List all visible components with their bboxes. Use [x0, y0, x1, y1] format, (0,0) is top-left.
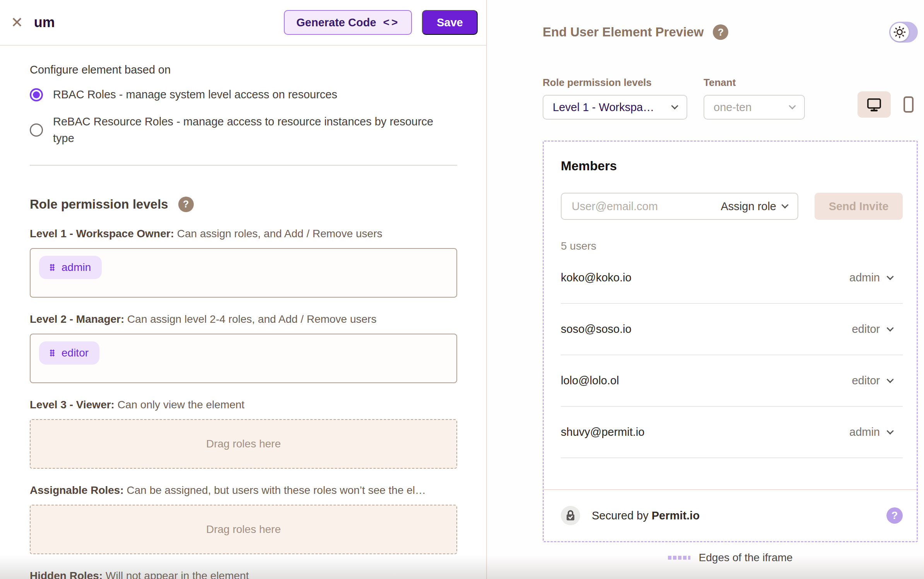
user-role-select[interactable]: admin: [849, 271, 893, 284]
role-levels-heading-row: Role permission levels ?: [30, 197, 457, 212]
user-row: soso@soso.io editor: [561, 304, 903, 355]
level1-dropzone[interactable]: admin: [30, 248, 457, 298]
mobile-icon: [903, 96, 914, 113]
user-role-value: admin: [849, 426, 880, 439]
role-level-control: Role permission levels Level 1 - Workspa…: [543, 77, 687, 120]
chevron-down-icon: [886, 376, 893, 383]
send-invite-label: Send Invite: [829, 200, 889, 213]
rbac-option-label: RBAC Roles - manage system level access …: [53, 86, 337, 103]
user-email: lolo@lolo.ol: [561, 374, 619, 387]
level2-dropzone[interactable]: editor: [30, 334, 457, 383]
rebac-option-label: ReBAC Resource Roles - manage access to …: [53, 113, 434, 147]
users-list: koko@koko.io admin soso@soso.io editor l…: [561, 252, 903, 458]
user-role-select[interactable]: admin: [849, 426, 893, 439]
user-role-value: admin: [849, 271, 880, 284]
level3-title: Level 3 - Viewer:: [30, 399, 114, 411]
send-invite-button[interactable]: Send Invite: [815, 193, 903, 220]
configure-heading: Configure element based on: [30, 63, 457, 76]
footer-help-icon[interactable]: ?: [886, 507, 903, 524]
chevron-down-icon: [886, 427, 893, 434]
assignable-desc: Can be assigned, but users with these ro…: [127, 484, 426, 496]
preview-controls: Role permission levels Level 1 - Workspa…: [543, 77, 918, 120]
level1-desc: Can assign roles, and Add / Remove users: [177, 228, 383, 240]
permit-brand: Permit.io: [652, 509, 700, 522]
role-levels-heading: Role permission levels: [30, 197, 168, 212]
code-brackets-icon: <>: [383, 16, 400, 29]
user-email: shuvy@permit.io: [561, 426, 644, 439]
user-role-value: editor: [852, 323, 880, 336]
level2-desc: Can assign level 2-4 roles, and Add / Re…: [127, 313, 376, 325]
config-content: Configure element based on RBAC Roles - …: [0, 46, 486, 579]
chevron-down-icon: [781, 201, 788, 208]
close-icon[interactable]: ✕: [11, 15, 23, 30]
invite-email-box: Assign role: [561, 193, 798, 220]
radio-selected-icon[interactable]: [30, 88, 43, 101]
role-chip-label: admin: [61, 261, 91, 274]
generate-code-button[interactable]: Generate Code <>: [284, 10, 412, 35]
role-chip-label: editor: [61, 347, 89, 359]
user-role-select[interactable]: editor: [852, 323, 893, 336]
assignable-dropzone[interactable]: Drag roles here: [30, 505, 457, 554]
rebac-option[interactable]: ReBAC Resource Roles - manage access to …: [30, 113, 457, 147]
tenant-select[interactable]: one-ten: [704, 95, 805, 120]
config-header: ✕ um Generate Code <> Save: [0, 0, 486, 46]
header-actions: Generate Code <> Save: [284, 10, 478, 35]
toggle-knob[interactable]: [890, 23, 909, 41]
level3-desc: Can only view the element: [118, 399, 244, 411]
drag-handle-icon[interactable]: [50, 264, 55, 271]
assign-role-select[interactable]: Assign role: [721, 200, 787, 213]
dashed-line-sample: [668, 556, 690, 560]
secured-by-text: Secured by Permit.io: [592, 509, 700, 522]
chevron-down-icon: [886, 273, 893, 280]
user-row: lolo@lolo.ol editor: [561, 355, 903, 407]
iframe-edges-caption: Edges of the iframe: [543, 552, 918, 564]
element-config-window: ✕ um Generate Code <> Save Configure ele…: [0, 0, 924, 579]
drop-placeholder: Drag roles here: [206, 523, 281, 536]
tenant-control: Tenant one-ten: [704, 77, 805, 120]
preview-panel: End User Element Preview ? Role permissi…: [487, 0, 924, 579]
secured-prefix: Secured by: [592, 509, 652, 522]
rbac-option[interactable]: RBAC Roles - manage system level access …: [30, 86, 457, 103]
device-toggle-group: [857, 91, 918, 118]
page-title: um: [34, 14, 55, 31]
preview-help-icon[interactable]: ?: [713, 24, 728, 40]
assignable-label: Assignable Roles: Can be assigned, but u…: [30, 483, 457, 497]
sun-icon: [893, 26, 906, 38]
level2-title: Level 2 - Manager:: [30, 313, 124, 325]
chevron-down-icon: [671, 102, 678, 109]
desktop-icon: [866, 96, 882, 113]
preview-title: End User Element Preview: [543, 24, 704, 40]
members-heading: Members: [561, 159, 903, 173]
members-preview-card: Members Assign role Send Invite 5 users …: [543, 140, 918, 542]
level3-label: Level 3 - Viewer: Can only view the elem…: [30, 398, 457, 411]
mobile-view-button[interactable]: [899, 91, 918, 118]
invite-email-input[interactable]: [572, 200, 714, 213]
section-divider: [30, 165, 457, 166]
chevron-down-icon: [886, 324, 893, 331]
desktop-view-button[interactable]: [857, 91, 891, 118]
drop-placeholder: Drag roles here: [206, 438, 281, 450]
role-chip-editor[interactable]: editor: [39, 341, 99, 365]
assignable-title: Assignable Roles:: [30, 484, 124, 496]
role-level-select[interactable]: Level 1 - Workspa…: [543, 95, 687, 120]
lock-check-icon: [565, 510, 576, 521]
level1-title: Level 1 - Workspace Owner:: [30, 228, 174, 240]
help-icon[interactable]: ?: [178, 197, 194, 212]
user-row: koko@koko.io admin: [561, 252, 903, 304]
invite-row: Assign role Send Invite: [561, 193, 903, 220]
hidden-roles-title: Hidden Roles:: [30, 570, 102, 579]
level3-dropzone[interactable]: Drag roles here: [30, 419, 457, 469]
radio-unselected-icon[interactable]: [30, 123, 43, 137]
save-button[interactable]: Save: [422, 10, 478, 35]
preview-header: End User Element Preview ?: [543, 22, 918, 43]
user-email: soso@soso.io: [561, 323, 632, 336]
drag-handle-icon[interactable]: [50, 349, 55, 356]
iframe-caption-text: Edges of the iframe: [699, 552, 793, 564]
secured-footer: Secured by Permit.io ?: [544, 489, 917, 541]
level1-label: Level 1 - Workspace Owner: Can assign ro…: [30, 227, 457, 240]
user-row: shuvy@permit.io admin: [561, 407, 903, 458]
save-label: Save: [437, 16, 463, 29]
theme-toggle[interactable]: [889, 22, 918, 43]
user-role-select[interactable]: editor: [852, 374, 893, 387]
role-chip-admin[interactable]: admin: [39, 256, 102, 279]
